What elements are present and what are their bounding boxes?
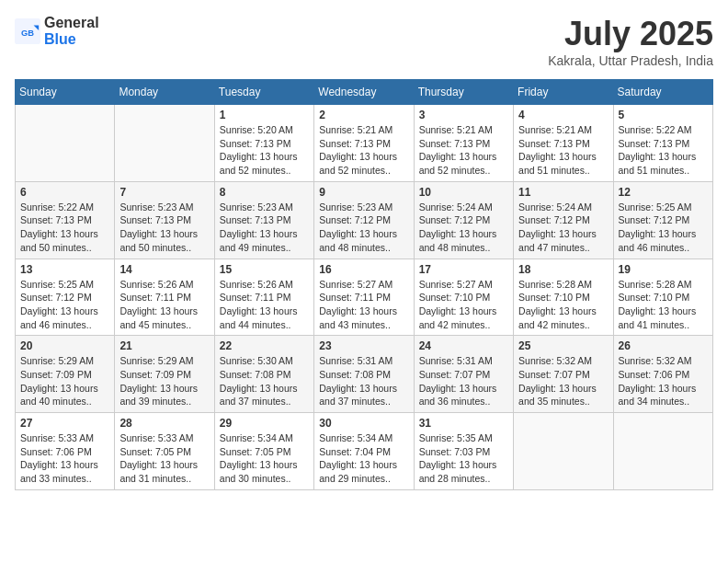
page-header: GB General Blue July 2025 Kakrala, Uttar… [15, 15, 713, 68]
weekday-header-sunday: Sunday [16, 80, 115, 105]
weekday-header-monday: Monday [115, 80, 214, 105]
calendar-cell: 26Sunrise: 5:32 AMSunset: 7:06 PMDayligh… [613, 336, 712, 413]
calendar-header-row: SundayMondayTuesdayWednesdayThursdayFrid… [16, 80, 713, 105]
calendar-week-row: 27Sunrise: 5:33 AMSunset: 7:06 PMDayligh… [16, 413, 713, 490]
day-number: 25 [518, 339, 608, 352]
weekday-header-wednesday: Wednesday [314, 80, 414, 105]
day-info: Sunrise: 5:21 AMSunset: 7:13 PMDaylight:… [518, 123, 608, 178]
day-number: 5 [619, 109, 708, 121]
calendar-cell: 23Sunrise: 5:31 AMSunset: 7:08 PMDayligh… [314, 336, 414, 413]
calendar-cell: 24Sunrise: 5:31 AMSunset: 7:07 PMDayligh… [414, 336, 513, 413]
day-info: Sunrise: 5:29 AMSunset: 7:09 PMDaylight:… [20, 354, 109, 408]
weekday-header-saturday: Saturday [613, 80, 712, 105]
day-info: Sunrise: 5:23 AMSunset: 7:12 PMDaylight:… [319, 201, 408, 255]
calendar-cell: 6Sunrise: 5:22 AMSunset: 7:13 PMDaylight… [16, 181, 115, 259]
calendar-cell: 12Sunrise: 5:25 AMSunset: 7:12 PMDayligh… [613, 181, 712, 259]
calendar-cell: 4Sunrise: 5:21 AMSunset: 7:13 PMDaylight… [514, 105, 613, 182]
calendar-cell: 17Sunrise: 5:27 AMSunset: 7:10 PMDayligh… [414, 259, 513, 336]
day-number: 16 [319, 263, 408, 276]
calendar-cell: 11Sunrise: 5:24 AMSunset: 7:12 PMDayligh… [514, 181, 613, 259]
calendar-cell [613, 413, 712, 490]
calendar-cell: 22Sunrise: 5:30 AMSunset: 7:08 PMDayligh… [214, 336, 313, 413]
svg-text:GB: GB [21, 28, 34, 37]
month-title: July 2025 [548, 15, 713, 53]
calendar-cell: 3Sunrise: 5:21 AMSunset: 7:13 PMDaylight… [414, 105, 513, 182]
day-number: 27 [20, 417, 109, 430]
day-number: 20 [20, 339, 109, 352]
day-info: Sunrise: 5:28 AMSunset: 7:10 PMDaylight:… [518, 278, 608, 332]
day-number: 2 [319, 109, 408, 121]
day-number: 21 [119, 339, 209, 352]
calendar-cell: 31Sunrise: 5:35 AMSunset: 7:03 PMDayligh… [414, 413, 513, 490]
day-info: Sunrise: 5:26 AMSunset: 7:11 PMDaylight:… [220, 278, 309, 332]
logo-text: General Blue [44, 15, 99, 47]
day-info: Sunrise: 5:25 AMSunset: 7:12 PMDaylight:… [619, 201, 708, 255]
day-info: Sunrise: 5:21 AMSunset: 7:13 PMDaylight:… [419, 123, 508, 178]
calendar-cell: 20Sunrise: 5:29 AMSunset: 7:09 PMDayligh… [16, 336, 115, 413]
weekday-header-friday: Friday [514, 80, 613, 105]
day-number: 15 [220, 263, 309, 276]
calendar-cell: 8Sunrise: 5:23 AMSunset: 7:13 PMDaylight… [214, 181, 313, 259]
calendar-week-row: 6Sunrise: 5:22 AMSunset: 7:13 PMDaylight… [16, 181, 713, 259]
calendar-week-row: 13Sunrise: 5:25 AMSunset: 7:12 PMDayligh… [16, 259, 713, 336]
day-number: 13 [20, 263, 109, 276]
day-number: 26 [619, 339, 708, 352]
day-number: 23 [319, 339, 408, 352]
weekday-header-thursday: Thursday [414, 80, 513, 105]
day-number: 31 [419, 417, 508, 430]
calendar-week-row: 1Sunrise: 5:20 AMSunset: 7:13 PMDaylight… [16, 105, 713, 182]
calendar-cell: 15Sunrise: 5:26 AMSunset: 7:11 PMDayligh… [214, 259, 313, 336]
day-number: 12 [619, 186, 708, 199]
calendar-cell: 7Sunrise: 5:23 AMSunset: 7:13 PMDaylight… [115, 181, 214, 259]
calendar-cell: 2Sunrise: 5:21 AMSunset: 7:13 PMDaylight… [314, 105, 414, 182]
calendar-cell: 1Sunrise: 5:20 AMSunset: 7:13 PMDaylight… [214, 105, 313, 182]
day-info: Sunrise: 5:21 AMSunset: 7:13 PMDaylight:… [319, 123, 408, 178]
day-info: Sunrise: 5:34 AMSunset: 7:04 PMDaylight:… [319, 431, 408, 486]
day-number: 11 [518, 186, 608, 199]
calendar-cell: 16Sunrise: 5:27 AMSunset: 7:11 PMDayligh… [314, 259, 414, 336]
calendar-cell: 21Sunrise: 5:29 AMSunset: 7:09 PMDayligh… [115, 336, 214, 413]
day-number: 9 [319, 186, 408, 199]
logo-icon: GB [15, 18, 40, 44]
day-info: Sunrise: 5:35 AMSunset: 7:03 PMDaylight:… [419, 431, 508, 486]
calendar-cell: 5Sunrise: 5:22 AMSunset: 7:13 PMDaylight… [613, 105, 712, 182]
calendar-cell: 27Sunrise: 5:33 AMSunset: 7:06 PMDayligh… [16, 413, 115, 490]
day-info: Sunrise: 5:22 AMSunset: 7:13 PMDaylight:… [20, 201, 109, 255]
logo: GB General Blue [15, 15, 99, 47]
calendar-cell [115, 105, 214, 182]
calendar-cell: 10Sunrise: 5:24 AMSunset: 7:12 PMDayligh… [414, 181, 513, 259]
calendar-cell [514, 413, 613, 490]
calendar-cell: 9Sunrise: 5:23 AMSunset: 7:12 PMDaylight… [314, 181, 414, 259]
day-number: 28 [119, 417, 209, 430]
title-section: July 2025 Kakrala, Uttar Pradesh, India [548, 15, 713, 68]
calendar-cell: 28Sunrise: 5:33 AMSunset: 7:05 PMDayligh… [115, 413, 214, 490]
day-info: Sunrise: 5:32 AMSunset: 7:06 PMDaylight:… [619, 354, 708, 408]
day-info: Sunrise: 5:24 AMSunset: 7:12 PMDaylight:… [419, 201, 508, 255]
day-info: Sunrise: 5:30 AMSunset: 7:08 PMDaylight:… [220, 354, 309, 408]
day-info: Sunrise: 5:33 AMSunset: 7:05 PMDaylight:… [119, 431, 209, 486]
logo-blue-text: Blue [44, 31, 99, 48]
day-number: 8 [220, 186, 309, 199]
calendar-cell: 25Sunrise: 5:32 AMSunset: 7:07 PMDayligh… [514, 336, 613, 413]
calendar-cell: 29Sunrise: 5:34 AMSunset: 7:05 PMDayligh… [214, 413, 313, 490]
day-info: Sunrise: 5:33 AMSunset: 7:06 PMDaylight:… [20, 431, 109, 486]
calendar-cell: 18Sunrise: 5:28 AMSunset: 7:10 PMDayligh… [514, 259, 613, 336]
day-number: 14 [119, 263, 209, 276]
calendar-cell: 14Sunrise: 5:26 AMSunset: 7:11 PMDayligh… [115, 259, 214, 336]
day-number: 10 [419, 186, 508, 199]
day-info: Sunrise: 5:34 AMSunset: 7:05 PMDaylight:… [220, 431, 309, 486]
day-info: Sunrise: 5:27 AMSunset: 7:10 PMDaylight:… [419, 278, 508, 332]
day-number: 30 [319, 417, 408, 430]
day-info: Sunrise: 5:27 AMSunset: 7:11 PMDaylight:… [319, 278, 408, 332]
calendar-cell: 13Sunrise: 5:25 AMSunset: 7:12 PMDayligh… [16, 259, 115, 336]
day-info: Sunrise: 5:26 AMSunset: 7:11 PMDaylight:… [119, 278, 209, 332]
day-info: Sunrise: 5:31 AMSunset: 7:08 PMDaylight:… [319, 354, 408, 408]
day-info: Sunrise: 5:31 AMSunset: 7:07 PMDaylight:… [419, 354, 508, 408]
day-number: 22 [220, 339, 309, 352]
day-info: Sunrise: 5:29 AMSunset: 7:09 PMDaylight:… [119, 354, 209, 408]
day-number: 29 [220, 417, 309, 430]
day-number: 18 [518, 263, 608, 276]
location-text: Kakrala, Uttar Pradesh, India [548, 53, 713, 68]
day-info: Sunrise: 5:20 AMSunset: 7:13 PMDaylight:… [220, 123, 309, 178]
day-info: Sunrise: 5:32 AMSunset: 7:07 PMDaylight:… [518, 354, 608, 408]
